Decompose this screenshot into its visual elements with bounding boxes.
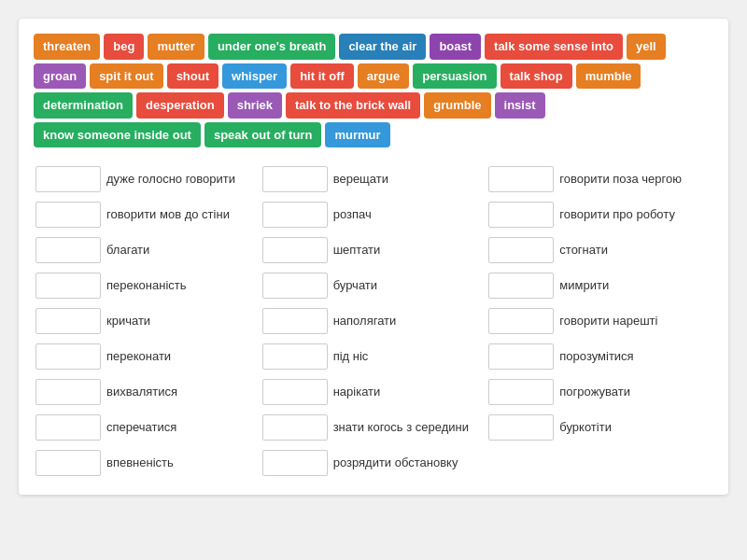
match-label: переконаність [106,278,187,294]
match-input-c1r5[interactable] [35,308,101,334]
match-input-c3r2[interactable] [488,202,554,228]
word-tile-argue[interactable]: argue [358,63,409,90]
word-tile-murmur[interactable]: murmur [325,122,389,148]
match-row: під ніс [261,340,487,373]
match-row: знати когось з середини [261,411,487,444]
match-row: говорити поза чергою [486,162,713,196]
word-tile-clear_the_air[interactable]: clear the air [339,34,426,60]
match-label: шептати [333,243,381,259]
match-label: верещати [333,172,388,188]
match-input-c2r8[interactable] [262,414,328,441]
match-input-c3r8[interactable] [488,414,554,441]
word-tile-groan[interactable]: groan [34,63,86,90]
match-input-c2r6[interactable] [262,343,328,370]
match-row: стогнати [486,233,713,267]
match-row: верещати [261,162,487,196]
main-container: threatenbegmutterunder one's breathclear… [19,19,728,495]
match-label: розрядити обстановку [333,455,458,471]
match-label: бурчати [333,278,377,294]
match-input-c3r1[interactable] [488,166,554,192]
match-label: сперечатися [106,420,176,436]
word-tile-speak_out_of_turn[interactable]: speak out of turn [204,122,321,148]
match-label: мимрити [559,278,609,294]
word-tile-talk_some_sense_into[interactable]: talk some sense into [485,34,623,60]
match-label: говорити мов до стіни [106,207,230,223]
word-tile-hit_it_off[interactable]: hit it off [290,63,354,90]
word-tile-boast[interactable]: boast [430,34,481,60]
match-row: вихвалятися [34,375,261,409]
word-tile-talk_to_the_brick_wall[interactable]: talk to the brick wall [286,92,420,119]
word-tile-whisper[interactable]: whisper [222,63,287,90]
match-input-c2r3[interactable] [262,237,328,263]
word-tile-know_someone_inside_out[interactable]: know someone inside out [34,122,201,148]
word-tile-persuasion[interactable]: persuasion [413,63,496,90]
word-tile-talk_shop[interactable]: talk shop [500,63,572,90]
match-input-c1r9[interactable] [35,450,101,476]
match-label: говорити нарешті [559,314,657,329]
word-tile-yell[interactable]: yell [627,34,666,60]
match-row: розрядити обстановку [261,446,487,480]
match-row: дуже голосно говорити [34,162,261,196]
match-input-c2r4[interactable] [262,273,328,299]
match-label: наполягати [333,314,397,329]
match-label: нарікати [333,385,381,400]
match-row: сперечатися [34,411,261,444]
match-row: благати [34,233,261,267]
match-column-2: верещатирозпачшептатибурчатинаполягатипі… [261,162,487,480]
word-tile-grumble[interactable]: grumble [424,92,490,119]
word-bank: threatenbegmutterunder one's breathclear… [34,34,713,147]
match-input-c2r7[interactable] [262,379,328,405]
match-input-c2r9[interactable] [262,450,328,476]
match-label: розпач [333,207,372,223]
word-tile-shout[interactable]: shout [167,63,218,90]
match-input-c2r5[interactable] [262,308,328,334]
match-input-c1r2[interactable] [35,202,101,228]
word-tile-threaten[interactable]: threaten [34,34,100,60]
word-tile-insist[interactable]: insist [495,92,545,119]
word-tile-spit_it_out[interactable]: spit it out [90,63,163,90]
match-label: впевненість [106,455,174,471]
match-label: порозумітися [559,349,633,365]
word-tile-desperation[interactable]: desperation [136,92,224,119]
match-row: говорити мов до стіни [34,198,261,231]
match-input-c1r1[interactable] [35,166,101,192]
match-label: знати когось з середини [333,420,469,436]
match-label: стогнати [559,243,608,259]
word-tile-determination[interactable]: determination [34,92,133,119]
match-row: нарікати [261,375,487,409]
word-tile-mutter[interactable]: mutter [148,34,204,60]
match-column-1: дуже голосно говоритиговорити мов до сті… [34,162,261,480]
word-tile-beg[interactable]: beg [104,34,144,60]
match-input-c3r6[interactable] [488,343,554,370]
word-tile-mumble[interactable]: mumble [576,63,641,90]
match-column-3: говорити поза чергоюговорити про роботус… [486,162,713,480]
match-input-c1r6[interactable] [35,343,101,370]
match-row: впевненість [34,446,261,480]
match-label: погрожувати [559,385,630,400]
match-input-c1r3[interactable] [35,237,101,263]
match-row: погрожувати [486,375,713,409]
match-input-c1r4[interactable] [35,273,101,299]
match-row: буркотіти [486,411,713,444]
match-row: переконати [34,340,261,373]
match-row: мимрити [486,269,713,302]
match-row: говорити нарешті [486,304,713,338]
matching-area: дуже голосно говоритиговорити мов до сті… [34,162,713,480]
match-row: бурчати [261,269,487,302]
word-tile-under_ones_breath[interactable]: under one's breath [208,34,336,60]
match-row: порозумітися [486,340,713,373]
match-input-c3r7[interactable] [488,379,554,405]
match-input-c3r4[interactable] [488,273,554,299]
match-label: дуже голосно говорити [106,172,235,188]
match-label: переконати [106,349,171,365]
match-label: благати [106,243,149,259]
match-label: кричати [106,314,150,329]
match-input-c3r5[interactable] [488,308,554,334]
word-tile-shriek[interactable]: shriek [228,92,282,119]
match-input-c1r7[interactable] [35,379,101,405]
match-input-c1r8[interactable] [35,414,101,441]
match-input-c2r1[interactable] [262,166,328,192]
match-label: вихвалятися [106,385,177,400]
match-input-c3r3[interactable] [488,237,554,263]
match-input-c2r2[interactable] [262,202,328,228]
